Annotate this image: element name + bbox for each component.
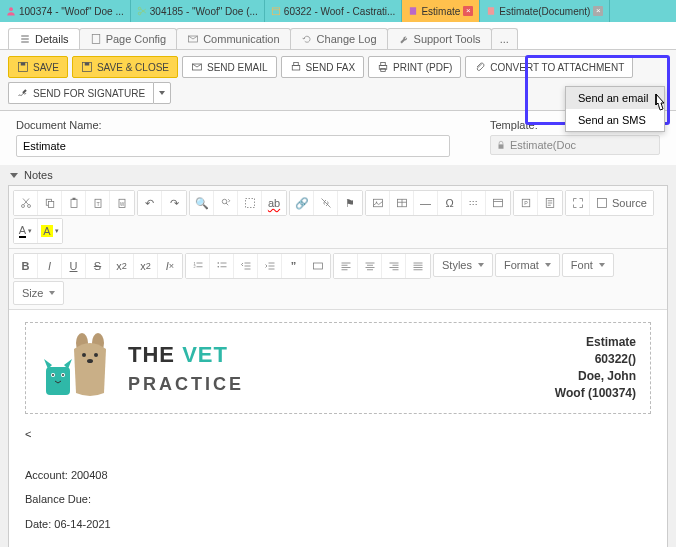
send-fax-button[interactable]: SEND FAX bbox=[281, 56, 364, 78]
unlink-button[interactable] bbox=[314, 191, 338, 215]
replace-button[interactable] bbox=[214, 191, 238, 215]
dropdown-label: Format bbox=[504, 259, 539, 271]
logo-word: VET bbox=[182, 342, 228, 367]
tab-details[interactable]: Details bbox=[8, 28, 80, 49]
bg-color-button[interactable]: A▾ bbox=[38, 219, 62, 243]
tab-label: Page Config bbox=[106, 33, 167, 45]
tab-label: Support Tools bbox=[414, 33, 481, 45]
cut-button[interactable] bbox=[14, 191, 38, 215]
svg-point-48 bbox=[87, 359, 93, 363]
remove-format-button[interactable]: I× bbox=[158, 254, 182, 278]
convert-attachment-button[interactable]: CONVERT TO ATTACHMENT bbox=[465, 56, 633, 78]
tab-patient-304185[interactable]: 304185 - "Woof" Doe (... bbox=[131, 0, 265, 22]
svg-rect-3 bbox=[272, 8, 280, 15]
subscript-button[interactable]: x2 bbox=[110, 254, 134, 278]
pagebreak-button[interactable] bbox=[462, 191, 486, 215]
anchor-button[interactable]: ⚑ bbox=[338, 191, 362, 215]
body-line: < bbox=[25, 426, 651, 443]
bold-button[interactable]: B bbox=[14, 254, 38, 278]
tab-more[interactable]: ... bbox=[491, 28, 518, 49]
tab-change-log[interactable]: Change Log bbox=[290, 28, 388, 49]
special-char-button[interactable]: Ω bbox=[438, 191, 462, 215]
tab-estimate-active[interactable]: Estimate × bbox=[402, 0, 480, 22]
svg-rect-22 bbox=[48, 202, 53, 208]
align-justify-icon bbox=[412, 260, 424, 272]
doc-name-input[interactable] bbox=[16, 135, 450, 157]
tab-label: Estimate(Document) bbox=[499, 6, 590, 17]
styles-dropdown[interactable]: Styles bbox=[433, 253, 493, 277]
paste-word-button[interactable]: W bbox=[110, 191, 134, 215]
strike-button[interactable]: S bbox=[86, 254, 110, 278]
underline-button[interactable]: U bbox=[62, 254, 86, 278]
editor-content-area[interactable]: THE VET PRACTICE Estimate 60322() Doe, J… bbox=[9, 310, 667, 547]
balance-line: Balance Due: bbox=[25, 491, 651, 508]
doc-name-label: Document Name: bbox=[16, 119, 450, 131]
select-all-button[interactable] bbox=[238, 191, 262, 215]
italic-button[interactable]: I bbox=[38, 254, 62, 278]
align-left-button[interactable] bbox=[334, 254, 358, 278]
template-value: Estimate(Doc bbox=[510, 139, 576, 151]
tab-support-tools[interactable]: Support Tools bbox=[387, 28, 492, 49]
date-line: Date: 06-14-2021 bbox=[25, 516, 651, 533]
button-label: SAVE bbox=[33, 62, 59, 73]
send-email-button[interactable]: SEND EMAIL bbox=[182, 56, 277, 78]
table-button[interactable] bbox=[390, 191, 414, 215]
indent-button[interactable] bbox=[258, 254, 282, 278]
paste-icon bbox=[68, 197, 80, 209]
svg-rect-5 bbox=[488, 7, 494, 15]
tab-calendar-60322[interactable]: 60322 - Woof - Castrati... bbox=[265, 0, 403, 22]
maximize-button[interactable] bbox=[566, 191, 590, 215]
ol-icon: 12 bbox=[192, 260, 204, 272]
button-label: SEND FOR SIGNATURE bbox=[33, 88, 145, 99]
save-close-button[interactable]: SAVE & CLOSE bbox=[72, 56, 178, 78]
insert-paragraph-button[interactable]: P bbox=[514, 191, 538, 215]
document-icon bbox=[486, 6, 496, 16]
align-justify-button[interactable] bbox=[406, 254, 430, 278]
save-button[interactable]: SAVE bbox=[8, 56, 68, 78]
account-line: Account: 200408 bbox=[25, 467, 651, 484]
calendar-icon bbox=[271, 6, 281, 16]
send-signature-dropdown-toggle[interactable] bbox=[153, 82, 171, 104]
tab-estimate-document[interactable]: Estimate(Document) × bbox=[480, 0, 610, 22]
font-dropdown[interactable]: Font bbox=[562, 253, 614, 277]
image-button[interactable] bbox=[366, 191, 390, 215]
iframe-button[interactable] bbox=[486, 191, 510, 215]
templates-button[interactable] bbox=[538, 191, 562, 215]
select-all-icon bbox=[244, 197, 256, 209]
tab-patient-100374[interactable]: 100374 - "Woof" Doe ... bbox=[0, 0, 131, 22]
source-button[interactable]: Source bbox=[590, 191, 653, 215]
div-button[interactable] bbox=[306, 254, 330, 278]
send-signature-button[interactable]: SEND FOR SIGNATURE bbox=[8, 82, 153, 104]
tab-communication[interactable]: Communication bbox=[176, 28, 290, 49]
hr-button[interactable]: — bbox=[414, 191, 438, 215]
align-right-button[interactable] bbox=[382, 254, 406, 278]
undo-button[interactable]: ↶ bbox=[138, 191, 162, 215]
envelope-icon bbox=[191, 61, 203, 73]
tab-page-config[interactable]: Page Config bbox=[79, 28, 178, 49]
outdent-button[interactable] bbox=[234, 254, 258, 278]
paste-text-button[interactable]: T bbox=[86, 191, 110, 215]
spellcheck-button[interactable]: ab bbox=[262, 191, 286, 215]
close-icon[interactable]: × bbox=[593, 6, 603, 16]
find-button[interactable]: 🔍 bbox=[190, 191, 214, 215]
link-button[interactable]: 🔗 bbox=[290, 191, 314, 215]
close-icon[interactable]: × bbox=[463, 6, 473, 16]
notes-section-header[interactable]: Notes bbox=[0, 165, 676, 185]
format-dropdown[interactable]: Format bbox=[495, 253, 560, 277]
blockquote-button[interactable]: ” bbox=[282, 254, 306, 278]
text-color-button[interactable]: A▾ bbox=[14, 219, 38, 243]
bullet-list-button[interactable] bbox=[210, 254, 234, 278]
align-center-button[interactable] bbox=[358, 254, 382, 278]
redo-button[interactable]: ↷ bbox=[162, 191, 186, 215]
numbered-list-button[interactable]: 12 bbox=[186, 254, 210, 278]
iframe-icon bbox=[492, 197, 504, 209]
superscript-button[interactable]: x2 bbox=[134, 254, 158, 278]
size-dropdown[interactable]: Size bbox=[13, 281, 64, 305]
svg-text:W: W bbox=[120, 202, 125, 207]
svg-point-52 bbox=[52, 374, 54, 376]
save-icon bbox=[17, 61, 29, 73]
svg-rect-11 bbox=[85, 63, 90, 66]
paste-button[interactable] bbox=[62, 191, 86, 215]
print-pdf-button[interactable]: PRINT (PDF) bbox=[368, 56, 461, 78]
copy-button[interactable] bbox=[38, 191, 62, 215]
